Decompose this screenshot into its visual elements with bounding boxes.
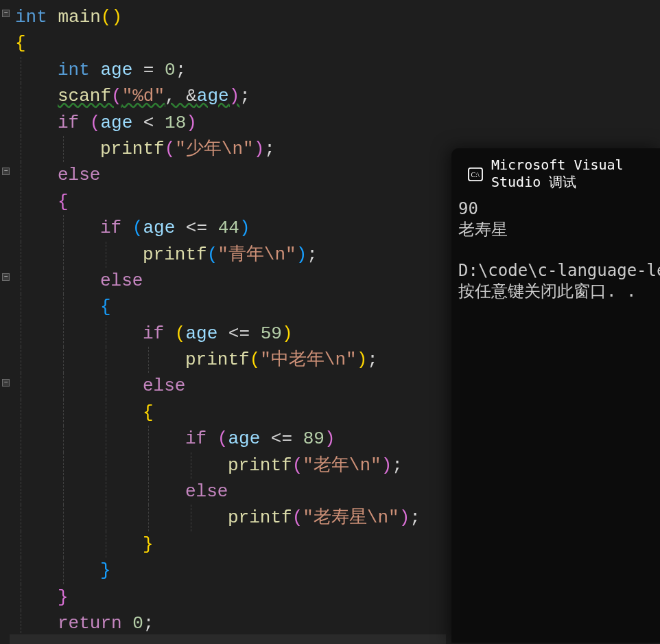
- code-editor[interactable]: −−−− int main(){int age = 0;scanf("%d", …: [0, 0, 446, 644]
- code-token: (: [111, 86, 122, 106]
- code-line[interactable]: printf("老年\n");: [15, 452, 421, 479]
- code-token: 89: [303, 428, 325, 449]
- code-token: {: [58, 192, 69, 212]
- indent-guide: [106, 321, 106, 347]
- horizontal-scrollbar[interactable]: [10, 634, 446, 644]
- code-line[interactable]: return 0;: [15, 610, 421, 636]
- code-token: ;: [392, 455, 403, 476]
- indent-guide: [106, 242, 106, 268]
- code-token: if: [58, 113, 90, 133]
- indent-guide: [63, 400, 64, 426]
- code-token: ;: [307, 244, 318, 265]
- code-token: "青年\n": [217, 244, 296, 265]
- code-token: int: [15, 7, 58, 27]
- indent-guide: [63, 268, 64, 294]
- code-token: age: [100, 60, 132, 80]
- indent-guide: [21, 136, 21, 162]
- code-line[interactable]: if (age <= 59): [15, 321, 421, 347]
- console-title-text: Microsoft Visual Studio 调试: [491, 157, 646, 192]
- code-token: ;: [239, 86, 250, 106]
- fold-gutter: −−−−: [0, 0, 12, 644]
- indent-guide: [148, 426, 149, 452]
- indent-guide: [191, 505, 191, 531]
- indent-guide: [106, 347, 106, 373]
- code-line[interactable]: }: [15, 584, 421, 610]
- indent-guide: [21, 531, 21, 557]
- code-line[interactable]: printf("老寿星\n");: [15, 505, 421, 531]
- code-token: , &: [165, 86, 197, 106]
- indent-guide: [63, 426, 64, 452]
- indent-guide: [21, 110, 21, 136]
- code-body[interactable]: int main(){int age = 0;scanf("%d", &age)…: [15, 4, 421, 636]
- indent-guide: [21, 215, 21, 241]
- code-line[interactable]: if (age < 18): [15, 110, 421, 136]
- fold-toggle[interactable]: −: [2, 273, 10, 281]
- code-line[interactable]: {: [15, 400, 421, 426]
- code-token: <: [132, 113, 165, 133]
- fold-toggle[interactable]: −: [2, 10, 10, 17]
- code-token: ;: [264, 139, 275, 159]
- indent-guide: [21, 162, 21, 188]
- terminal-icon: C:\: [468, 168, 483, 181]
- indent-guide: [63, 242, 64, 268]
- code-token: 18: [165, 113, 186, 133]
- indent-guide: [63, 136, 64, 162]
- code-token: (: [207, 244, 218, 265]
- code-line[interactable]: }: [15, 531, 421, 557]
- code-line[interactable]: printf("中老年\n");: [15, 347, 421, 373]
- code-token: int: [58, 60, 100, 80]
- code-token: <=: [260, 428, 303, 449]
- code-line[interactable]: scanf("%d", &age);: [15, 83, 421, 109]
- code-line[interactable]: int age = 0;: [15, 57, 421, 83]
- indent-guide: [21, 373, 21, 399]
- code-token: =: [132, 60, 165, 80]
- console-output[interactable]: 90 老寿星 D:\code\c-language-le 按任意键关闭此窗口. …: [451, 196, 660, 301]
- code-token: if: [143, 323, 175, 344]
- code-token: printf: [143, 244, 207, 265]
- code-token: ;: [176, 60, 187, 80]
- code-token: ;: [367, 349, 378, 370]
- code-token: "少年\n": [175, 139, 253, 159]
- indent-guide: [21, 321, 21, 347]
- indent-guide: [148, 452, 149, 479]
- code-token: printf: [100, 139, 165, 159]
- code-token: <=: [217, 323, 260, 344]
- fold-toggle[interactable]: −: [2, 168, 10, 175]
- code-line[interactable]: }: [15, 557, 421, 584]
- code-token: else: [100, 271, 143, 291]
- indent-guide: [106, 505, 106, 531]
- indent-guide: [21, 479, 21, 505]
- console-titlebar[interactable]: C:\ Microsoft Visual Studio 调试: [451, 148, 660, 196]
- indent-guide: [63, 294, 64, 320]
- code-token: (: [165, 139, 176, 159]
- code-line[interactable]: {: [15, 189, 421, 215]
- indent-guide: [63, 452, 64, 479]
- fold-toggle[interactable]: −: [2, 379, 10, 387]
- code-token: ): [186, 113, 197, 133]
- debug-console-window[interactable]: C:\ Microsoft Visual Studio 调试 90 老寿星 D:…: [451, 148, 660, 643]
- code-line[interactable]: printf("青年\n");: [15, 242, 421, 268]
- code-token: ;: [410, 507, 421, 528]
- code-line[interactable]: int main(): [15, 4, 421, 30]
- code-line[interactable]: if (age <= 89): [15, 426, 421, 452]
- code-line[interactable]: else: [15, 373, 421, 399]
- indent-guide: [106, 452, 106, 479]
- indent-guide: [21, 242, 21, 268]
- indent-guide: [148, 347, 149, 373]
- code-line[interactable]: else: [15, 479, 421, 505]
- indent-guide: [21, 610, 21, 636]
- code-line[interactable]: else: [15, 268, 421, 294]
- code-token: printf: [228, 455, 292, 476]
- code-line[interactable]: else: [15, 162, 421, 188]
- code-token: ): [381, 455, 392, 476]
- indent-guide: [21, 400, 21, 426]
- code-token: }: [58, 587, 69, 608]
- code-line[interactable]: if (age <= 44): [15, 215, 421, 241]
- indent-guide: [106, 400, 106, 426]
- code-line[interactable]: {: [15, 294, 421, 320]
- code-token: 59: [261, 323, 282, 344]
- code-line[interactable]: {: [15, 30, 421, 56]
- indent-guide: [21, 584, 21, 610]
- code-token: ;: [143, 613, 154, 634]
- code-line[interactable]: printf("少年\n");: [15, 136, 421, 162]
